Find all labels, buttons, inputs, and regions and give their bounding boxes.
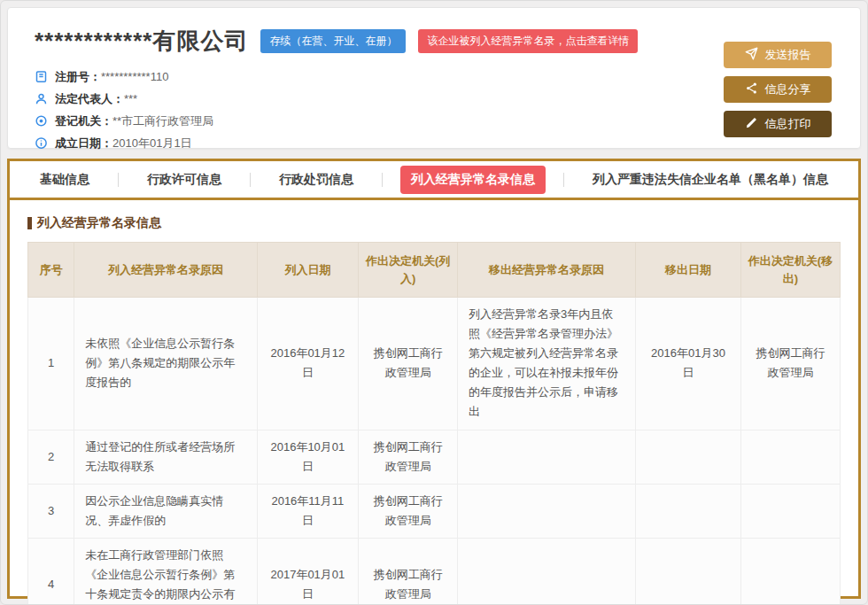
tab-separator [118, 173, 119, 187]
cell-removal-reason [458, 484, 636, 538]
cell-removal-reason [458, 538, 636, 605]
col-header-inclusion-reason: 列入经营异常名录原因 [74, 243, 257, 298]
status-badge: 存续（在营、开业、在册） [260, 29, 406, 53]
send-report-button[interactable]: 发送报告 [724, 42, 832, 68]
table-row: 3 因公示企业信息隐瞒真实情况、弄虚作假的 2016年11月11日 携创网工商行… [28, 484, 841, 538]
section-title: 列入经营异常名录信息 [27, 215, 841, 231]
cell-removal-authority [741, 538, 841, 605]
cell-removal-date: 2016年01月30日 [635, 298, 740, 430]
cell-removal-date [635, 484, 740, 538]
company-header-card: ************有限公司 存续（在营、开业、在册） 该企业被列入经营异常… [7, 7, 861, 149]
detail-row-legal-representative: 法定代表人： *** [35, 88, 833, 110]
cell-inclusion-reason: 未依照《企业信息公示暂行条例》第八条规定的期限公示年度报告的 [74, 298, 257, 430]
detail-row-establish-date: 成立日期： 2010年01月1日 [35, 132, 833, 154]
cell-index: 3 [28, 484, 74, 538]
section-title-label: 列入经营异常名录信息 [37, 215, 161, 231]
share-info-button[interactable]: 信息分享 [724, 76, 832, 103]
abnormal-warning-badge[interactable]: 该企业被列入经营异常名录，点击查看详情 [418, 29, 638, 53]
detail-label: 注册号： [55, 69, 101, 85]
pencil-icon [745, 116, 758, 132]
person-icon [35, 92, 48, 105]
col-header-inclusion-date: 列入日期 [257, 243, 359, 298]
detail-row-registration-authority: 登记机关： **市工商行政管理局 [35, 110, 833, 132]
cell-inclusion-authority: 携创网工商行政管理局 [359, 484, 458, 538]
tab-content: 列入经营异常名录信息 序号 列入经营异常名录原因 列入日期 作出决定机关(列入)… [10, 200, 858, 605]
cell-index: 4 [28, 538, 74, 605]
detail-row-registration-number: 注册号： ***********110 [35, 66, 833, 88]
col-header-index: 序号 [28, 243, 74, 298]
tab-abnormal-operation-list[interactable]: 列入经营异常名录信息 [400, 166, 546, 194]
cell-removal-reason [458, 430, 636, 484]
cell-removal-date [635, 430, 740, 484]
cell-inclusion-date: 2017年01月01日 [257, 538, 359, 605]
info-icon [35, 136, 48, 150]
establish-date-value: 2010年01月1日 [112, 136, 192, 151]
page: ************有限公司 存续（在营、开业、在册） 该企业被列入经营异常… [0, 0, 868, 605]
tab-bar: 基础信息 行政许可信息 行政处罚信息 列入经营异常名录信息 列入严重违法失信企业… [10, 161, 858, 200]
tab-separator [250, 173, 251, 187]
cell-inclusion-reason: 因公示企业信息隐瞒真实情况、弄虚作假的 [74, 484, 257, 538]
table-row: 4 未在工商行政管理部门依照《企业信息公示暂行条例》第十条规定责令的期限内公示有… [28, 538, 841, 605]
cell-inclusion-authority: 携创网工商行政管理局 [359, 538, 458, 605]
cell-removal-authority: 携创网工商行政管理局 [741, 298, 841, 430]
header-actions: 发送报告 信息分享 信息打印 [724, 42, 832, 137]
certificate-icon [35, 70, 48, 83]
main-panel: 基础信息 行政许可信息 行政处罚信息 列入经营异常名录信息 列入严重违法失信企业… [7, 159, 861, 599]
tab-basic-info[interactable]: 基础信息 [29, 166, 100, 194]
section-marker [27, 217, 32, 229]
cell-inclusion-authority: 携创网工商行政管理局 [359, 298, 458, 430]
col-header-removal-reason: 移出经营异常名录原因 [458, 243, 636, 298]
abnormal-operation-table: 序号 列入经营异常名录原因 列入日期 作出决定机关(列入) 移出经营异常名录原因… [27, 242, 841, 605]
tab-separator [382, 173, 383, 187]
cell-inclusion-reason: 未在工商行政管理部门依照《企业信息公示暂行条例》第十条规定责令的期限内公示有关企… [74, 538, 257, 605]
share-icon [745, 81, 758, 97]
tab-administrative-license[interactable]: 行政许可信息 [136, 166, 232, 194]
registration-authority-value: **市工商行政管理局 [112, 113, 213, 129]
detail-label: 法定代表人： [55, 91, 124, 107]
tab-administrative-penalty[interactable]: 行政处罚信息 [268, 166, 364, 194]
location-icon [35, 114, 48, 128]
table-row: 1 未依照《企业信息公示暂行条例》第八条规定的期限公示年度报告的 2016年01… [28, 298, 841, 430]
send-report-label: 发送报告 [765, 47, 811, 63]
cell-removal-reason: 列入经营异常名录3年内且依照《经营异常名录管理办法》第六规定被列入经营异常名录的… [458, 298, 636, 430]
cell-inclusion-date: 2016年11月11日 [257, 484, 359, 538]
col-header-removal-date: 移出日期 [635, 243, 740, 298]
cell-inclusion-date: 2016年10月01日 [257, 430, 359, 484]
cell-removal-authority [741, 484, 841, 538]
registration-number-value: ***********110 [101, 70, 168, 83]
send-icon [745, 47, 758, 63]
tab-serious-violation-blacklist[interactable]: 列入严重违法失信企业名单（黑名单）信息 [582, 166, 839, 194]
tab-separator [563, 173, 564, 187]
table-header-row: 序号 列入经营异常名录原因 列入日期 作出决定机关(列入) 移出经营异常名录原因… [28, 243, 841, 298]
col-header-inclusion-authority: 作出决定机关(列入) [359, 243, 458, 298]
cell-inclusion-authority: 携创网工商行政管理局 [359, 430, 458, 484]
detail-label: 成立日期： [55, 136, 112, 151]
legal-representative-value: *** [124, 92, 137, 105]
cell-removal-authority [741, 430, 841, 484]
print-info-button[interactable]: 信息打印 [724, 111, 832, 137]
cell-inclusion-reason: 通过登记的住所或者经营场所无法取得联系 [74, 430, 257, 484]
print-info-label: 信息打印 [765, 116, 811, 132]
cell-index: 2 [28, 430, 74, 484]
share-info-label: 信息分享 [765, 81, 811, 97]
company-name: ************有限公司 [35, 26, 248, 57]
cell-index: 1 [28, 298, 74, 430]
col-header-removal-authority: 作出决定机关(移出) [741, 243, 841, 298]
table-row: 2 通过登记的住所或者经营场所无法取得联系 2016年10月01日 携创网工商行… [28, 430, 841, 484]
cell-removal-date [635, 538, 740, 605]
company-detail-list: 注册号： ***********110 法定代表人： *** 登记机关： **市… [35, 66, 833, 154]
detail-label: 登记机关： [55, 113, 112, 129]
cell-inclusion-date: 2016年01月12日 [257, 298, 359, 430]
